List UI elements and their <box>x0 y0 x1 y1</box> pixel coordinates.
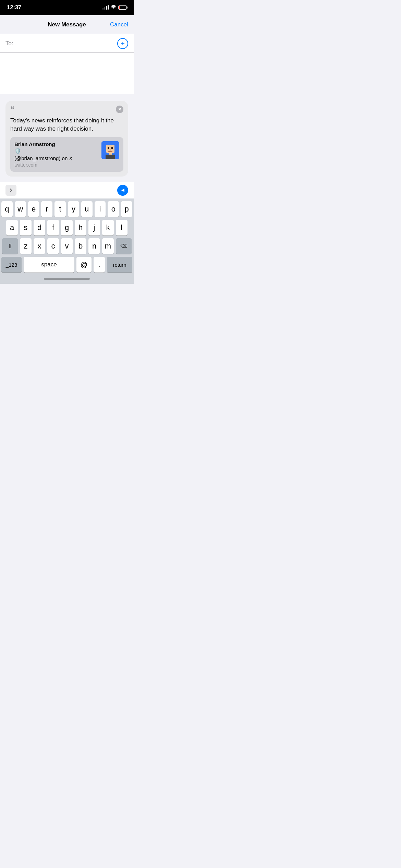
nav-title: New Message <box>48 21 86 28</box>
bubble-main-text: Today's news reinforces that doing it th… <box>10 117 123 133</box>
keyboard-row-1: q w e r t y u i o p <box>1 201 132 217</box>
key-m[interactable]: m <box>102 238 114 254</box>
key-k[interactable]: k <box>102 220 114 236</box>
key-u[interactable]: u <box>81 201 93 217</box>
key-z[interactable]: z <box>20 238 32 254</box>
return-key[interactable]: return <box>107 257 132 273</box>
key-e[interactable]: e <box>28 201 39 217</box>
key-x[interactable]: x <box>34 238 45 254</box>
key-w[interactable]: w <box>15 201 26 217</box>
key-s[interactable]: s <box>20 220 32 236</box>
expand-button[interactable] <box>5 185 16 196</box>
svg-rect-4 <box>110 149 111 150</box>
message-area[interactable] <box>0 53 134 94</box>
svg-rect-5 <box>108 151 112 152</box>
svg-rect-3 <box>111 147 113 149</box>
link-thumbnail <box>101 141 119 159</box>
shield-icon: 🛡️ <box>14 148 98 154</box>
link-preview-text: Brian Armstrong 🛡️ (@brian_armstrong) on… <box>14 141 98 168</box>
to-label: To: <box>5 40 16 47</box>
home-indicator <box>0 275 134 284</box>
key-h[interactable]: h <box>75 220 86 236</box>
message-bubble: ❝ ✕ Today's news reinforces that doing i… <box>5 101 128 177</box>
wifi-icon <box>111 5 116 10</box>
shift-key[interactable]: ⇧ <box>2 238 18 254</box>
delete-key[interactable]: ⌫ <box>116 238 132 254</box>
key-v[interactable]: v <box>61 238 73 254</box>
bubble-header: ❝ ✕ <box>10 106 123 113</box>
close-icon: ✕ <box>118 107 121 111</box>
at-key[interactable]: @ <box>76 257 92 273</box>
key-b[interactable]: b <box>75 238 86 254</box>
key-d[interactable]: d <box>34 220 45 236</box>
nav-header: New Message Cancel <box>0 15 134 34</box>
status-bar: 12:37 <box>0 0 134 15</box>
key-j[interactable]: j <box>88 220 100 236</box>
to-field: To: + <box>0 34 134 53</box>
key-a[interactable]: a <box>6 220 18 236</box>
quote-icon: ❝ <box>10 106 14 113</box>
key-l[interactable]: l <box>116 220 127 236</box>
battery-icon <box>118 5 127 10</box>
space-key[interactable]: space <box>24 257 74 273</box>
key-r[interactable]: r <box>41 201 52 217</box>
keyboard: q w e r t y u i o p a s d f g h j k l ⇧ … <box>0 198 134 275</box>
key-i[interactable]: i <box>95 201 106 217</box>
svg-rect-6 <box>109 153 112 155</box>
link-author-name: Brian Armstrong <box>14 141 98 147</box>
key-c[interactable]: c <box>47 238 59 254</box>
bubble-close-button[interactable]: ✕ <box>116 106 123 113</box>
status-time: 12:37 <box>7 4 21 11</box>
key-g[interactable]: g <box>61 220 73 236</box>
key-q[interactable]: q <box>1 201 13 217</box>
key-f[interactable]: f <box>47 220 59 236</box>
key-t[interactable]: t <box>54 201 66 217</box>
key-n[interactable]: n <box>88 238 100 254</box>
keyboard-row-2: a s d f g h j k l <box>1 220 132 236</box>
svg-rect-7 <box>106 155 115 159</box>
num-key[interactable]: _123 <box>1 257 22 273</box>
status-icons <box>102 5 127 10</box>
send-arrow-icon: ▲ <box>120 188 125 193</box>
add-recipient-button[interactable]: + <box>117 38 128 49</box>
cancel-button[interactable]: Cancel <box>110 21 128 28</box>
key-y[interactable]: y <box>68 201 79 217</box>
keyboard-row-3: ⇧ z x c v b n m ⌫ <box>1 238 132 254</box>
to-input[interactable] <box>19 40 117 47</box>
svg-rect-2 <box>108 147 109 149</box>
signal-icon <box>102 5 109 10</box>
period-key[interactable]: . <box>94 257 105 273</box>
home-bar <box>44 278 90 280</box>
message-controls: ▲ <box>0 182 134 198</box>
keyboard-bottom-row: _123 space @ . return <box>1 257 132 273</box>
link-domain: twitter.com <box>14 162 98 168</box>
key-o[interactable]: o <box>108 201 119 217</box>
link-handle: (@brian_armstrong) on X <box>14 155 98 162</box>
key-p[interactable]: p <box>121 201 132 217</box>
send-button[interactable]: ▲ <box>117 185 128 196</box>
link-preview-card[interactable]: Brian Armstrong 🛡️ (@brian_armstrong) on… <box>10 137 123 172</box>
